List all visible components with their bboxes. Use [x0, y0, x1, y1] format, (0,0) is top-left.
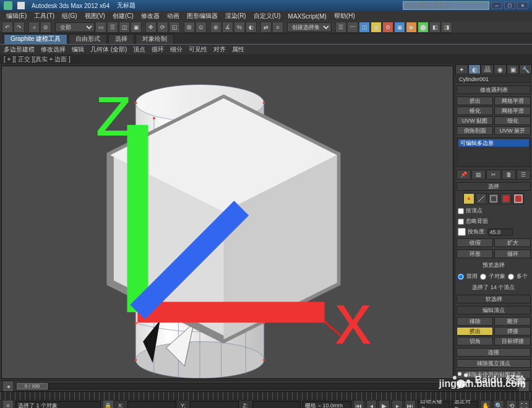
so-border[interactable] — [488, 193, 499, 204]
so-polygon[interactable] — [500, 193, 512, 204]
mirror-button[interactable]: ⇄ — [260, 22, 272, 33]
so-element[interactable] — [513, 193, 524, 204]
menu-view[interactable]: 视图(V) — [81, 12, 109, 20]
menu-group[interactable]: 组(G) — [58, 12, 80, 20]
btn-grow[interactable]: 扩大 — [494, 238, 531, 247]
tab-create[interactable]: ✦ — [455, 64, 468, 74]
chk-by-angle[interactable] — [458, 228, 466, 236]
btn-extrude-quick[interactable]: 挤出 — [457, 97, 493, 105]
btn-remove[interactable]: 移除 — [457, 317, 493, 326]
btn-remove-iso[interactable]: 移除孤立顶点 — [457, 359, 531, 368]
ribbon-tab-selection[interactable]: 选择 — [108, 34, 134, 44]
coord-y[interactable] — [190, 401, 239, 408]
app-icon[interactable] — [4, 1, 12, 10]
ribbon-tab-graphite[interactable]: Graphite 建模工具 — [4, 34, 67, 44]
btn-loop[interactable]: 循环 — [494, 250, 531, 258]
menu-render[interactable]: 渲染(R) — [221, 12, 250, 20]
refcoord-button[interactable]: ⊞ — [184, 22, 195, 33]
link-button[interactable]: ⟐ — [28, 22, 40, 33]
menu-animation[interactable]: 动画 — [163, 12, 183, 20]
rad-multi[interactable] — [508, 274, 514, 280]
menu-customize[interactable]: 自定义(U) — [250, 12, 285, 20]
play[interactable]: ▶ — [379, 400, 390, 408]
named-selection[interactable]: 创建选择集 — [287, 22, 332, 32]
viewport[interactable]: 挤出顶点 25.158mm 10.737mm ⊕ ✓ ✕ — [1, 66, 453, 379]
doc-icon[interactable] — [17, 2, 25, 9]
rect-region-button[interactable]: ◫ — [119, 22, 130, 33]
play-fwd[interactable]: ▸ — [392, 400, 403, 408]
quick-render-button[interactable]: ⬤ — [418, 22, 429, 33]
timeline-prev[interactable]: ◂ — [2, 381, 14, 392]
coord-z[interactable] — [252, 401, 301, 408]
btn-break[interactable]: 断开 — [494, 317, 531, 326]
menu-grapheditors[interactable]: 图形编辑器 — [183, 12, 221, 20]
btn-meshsmooth2[interactable]: 网格平滑 — [494, 106, 531, 115]
coord-x[interactable] — [127, 401, 176, 408]
modifier-list-drop[interactable]: 修改器列表 — [457, 85, 531, 94]
menu-create[interactable]: 创建(C) — [109, 12, 137, 20]
sub-vertex[interactable]: 顶点 — [133, 45, 145, 54]
btn-shrink[interactable]: 收缩 — [457, 238, 493, 247]
unlink-button[interactable]: ⊘ — [40, 22, 51, 33]
close-button[interactable]: × — [517, 2, 528, 9]
chk-ignore-bf[interactable] — [458, 219, 464, 225]
spinner-snap-button[interactable]: ◐ — [246, 22, 257, 33]
tab-utilities[interactable]: 🔧 — [519, 64, 532, 74]
mod-editable-poly[interactable]: 可编辑多边形 — [458, 139, 529, 147]
angle-input[interactable]: 45.0 — [488, 228, 513, 236]
btn-connect[interactable]: 连接 — [457, 348, 531, 357]
make-unique[interactable]: ✂ — [486, 170, 500, 180]
slider-track[interactable]: 0 / 100 — [16, 383, 516, 389]
layers-button[interactable]: ☰ — [335, 22, 346, 33]
scale-button[interactable]: ◱ — [169, 22, 180, 33]
rad-off[interactable] — [458, 274, 464, 280]
ribbon-tab-paint[interactable]: 对象绘制 — [135, 34, 174, 44]
btn-remove-unused[interactable]: 移除未使用的贴图顶点 — [457, 370, 531, 379]
menu-maxscript[interactable]: MAXScript(M) — [285, 13, 330, 20]
sub-polymod[interactable]: 多边形建模 — [4, 45, 35, 54]
maxscript-mini[interactable]: ≡ — [2, 400, 14, 408]
menu-help[interactable]: 帮助(H) — [330, 12, 359, 20]
track-bar[interactable] — [0, 391, 532, 400]
chk-by-vertex[interactable] — [458, 208, 464, 214]
viewport-label[interactable]: [ + ][ 正交 ][真实 + 边面 ] — [0, 54, 532, 64]
pivot-button[interactable]: ⊙ — [195, 22, 207, 33]
play-end[interactable]: ⏭ — [405, 400, 416, 408]
pin-stack[interactable]: 📌 — [457, 170, 471, 180]
play-back[interactable]: ◂ — [366, 400, 377, 408]
sub-geo[interactable]: 几何体 (全部) — [90, 45, 127, 54]
render-setup-button[interactable]: ⚙ — [382, 22, 393, 33]
autokey-toggle[interactable]: 自动关键点 — [418, 401, 450, 408]
maximize-button[interactable]: □ — [504, 2, 515, 9]
material-editor-button[interactable]: ◉ — [371, 22, 382, 33]
snap-button[interactable]: ⊕ — [210, 22, 221, 33]
angle-snap-button[interactable]: ∡ — [222, 22, 233, 33]
lock-selection[interactable]: 🔒 — [103, 400, 114, 408]
render-button[interactable]: ▶ — [406, 22, 417, 33]
sub-vis[interactable]: 可见性 — [189, 45, 207, 54]
minimize-button[interactable]: – — [491, 2, 502, 9]
btn-unwrap[interactable]: UVW 展开 — [494, 126, 531, 135]
btn-ring[interactable]: 环形 — [457, 250, 493, 258]
schematic-button[interactable]: ◫ — [359, 22, 370, 33]
rollout-editvert[interactable]: 编辑顶点 — [457, 306, 531, 315]
percent-snap-button[interactable]: % — [234, 22, 245, 33]
selection-filter[interactable]: 全部 — [55, 22, 95, 32]
modifier-stack[interactable]: 可编辑多边形 — [457, 137, 531, 167]
rotate-button[interactable]: ⟳ — [157, 22, 168, 33]
menu-edit[interactable]: 编辑(E) — [2, 12, 30, 20]
tab-display[interactable]: ▣ — [507, 64, 520, 74]
btn-chamfer-profile[interactable]: 倒角剖面 — [457, 126, 493, 135]
tb-extra2[interactable]: ◨ — [441, 22, 452, 33]
render-frame-button[interactable]: ▣ — [394, 22, 405, 33]
btn-extrude[interactable]: 挤出 — [457, 327, 493, 336]
sub-loop[interactable]: 循环 — [152, 45, 164, 54]
move-button[interactable]: ✥ — [145, 22, 157, 33]
show-result[interactable]: ▤ — [471, 170, 486, 180]
menu-tools[interactable]: 工具(T) — [30, 12, 58, 20]
redo-button[interactable]: ↷ — [14, 22, 25, 33]
btn-chamfer[interactable]: 切角 — [457, 337, 493, 345]
rollout-selection[interactable]: 选择 — [457, 182, 531, 191]
rollout-softsel[interactable]: 软选择 — [457, 295, 531, 303]
slider-thumb[interactable]: 0 / 100 — [17, 383, 48, 389]
